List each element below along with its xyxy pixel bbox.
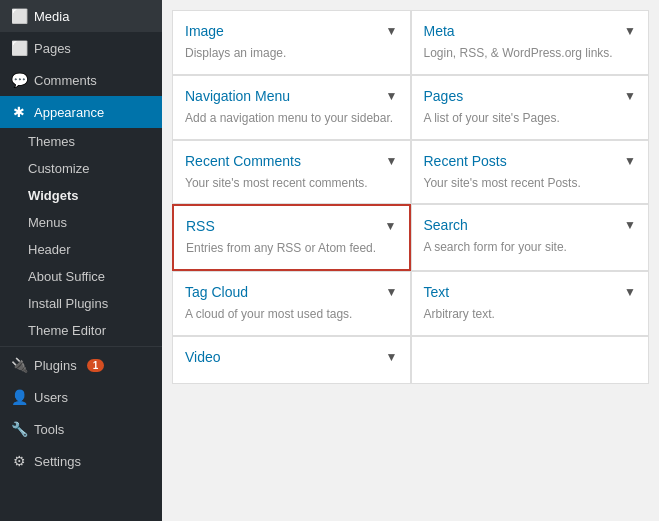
widget-text-title[interactable]: Text: [424, 284, 450, 300]
sidebar-item-users[interactable]: 👤 Users: [0, 381, 162, 413]
appearance-icon: ✱: [10, 104, 28, 120]
widget-grid: Image ▼ Displays an image. Meta ▼ Login,…: [172, 10, 649, 384]
sidebar-item-tools[interactable]: 🔧 Tools: [0, 413, 162, 445]
sidebar-label-widgets: Widgets: [28, 188, 78, 203]
widget-rss: RSS ▼ Entries from any RSS or Atom feed.: [172, 204, 411, 271]
widget-pages-title[interactable]: Pages: [424, 88, 464, 104]
plugins-icon: 🔌: [10, 357, 28, 373]
widget-recent-comments-header: Recent Comments ▼: [185, 153, 398, 169]
widget-rss-title[interactable]: RSS: [186, 218, 215, 234]
main-content: Image ▼ Displays an image. Meta ▼ Login,…: [162, 0, 659, 521]
widget-meta-arrow[interactable]: ▼: [624, 24, 636, 38]
widget-pages-arrow[interactable]: ▼: [624, 89, 636, 103]
sidebar-label-users: Users: [34, 390, 68, 405]
widget-search-desc: A search form for your site.: [424, 239, 637, 256]
widget-meta-title[interactable]: Meta: [424, 23, 455, 39]
widget-search-arrow[interactable]: ▼: [624, 218, 636, 232]
sidebar-item-plugins[interactable]: 🔌 Plugins 1: [0, 349, 162, 381]
sidebar-item-themes[interactable]: Themes: [0, 128, 162, 155]
widget-recent-posts-header: Recent Posts ▼: [424, 153, 637, 169]
widget-image-title[interactable]: Image: [185, 23, 224, 39]
widget-video-title[interactable]: Video: [185, 349, 221, 365]
widget-search-title[interactable]: Search: [424, 217, 468, 233]
sidebar-item-header[interactable]: Header: [0, 236, 162, 263]
widget-pages-header: Pages ▼: [424, 88, 637, 104]
widget-video: Video ▼: [172, 336, 411, 384]
sidebar-label-header: Header: [28, 242, 71, 257]
widget-empty: [411, 336, 650, 384]
widget-navigation-menu-title[interactable]: Navigation Menu: [185, 88, 290, 104]
widget-tag-cloud-arrow[interactable]: ▼: [386, 285, 398, 299]
sidebar-item-settings[interactable]: ⚙ Settings: [0, 445, 162, 477]
widget-navigation-menu-header: Navigation Menu ▼: [185, 88, 398, 104]
widget-recent-comments: Recent Comments ▼ Your site's most recen…: [172, 140, 411, 205]
widget-search: Search ▼ A search form for your site.: [411, 204, 650, 271]
sidebar-item-media[interactable]: ⬜ Media: [0, 0, 162, 32]
tools-icon: 🔧: [10, 421, 28, 437]
sidebar-label-themes: Themes: [28, 134, 75, 149]
sidebar-label-media: Media: [34, 9, 69, 24]
widget-rss-arrow[interactable]: ▼: [385, 219, 397, 233]
widget-meta-desc: Login, RSS, & WordPress.org links.: [424, 45, 637, 62]
pages-icon: ⬜: [10, 40, 28, 56]
sidebar-label-pages: Pages: [34, 41, 71, 56]
widget-navigation-menu-desc: Add a navigation menu to your sidebar.: [185, 110, 398, 127]
widget-recent-posts-title[interactable]: Recent Posts: [424, 153, 507, 169]
sidebar-label-about-suffice: About Suffice: [28, 269, 105, 284]
media-icon: ⬜: [10, 8, 28, 24]
widget-tag-cloud: Tag Cloud ▼ A cloud of your most used ta…: [172, 271, 411, 336]
sidebar-item-customize[interactable]: Customize: [0, 155, 162, 182]
widget-image-header: Image ▼: [185, 23, 398, 39]
widget-text-arrow[interactable]: ▼: [624, 285, 636, 299]
sidebar-item-appearance[interactable]: ✱ Appearance: [0, 96, 162, 128]
sidebar-label-plugins: Plugins: [34, 358, 77, 373]
sidebar: ⬜ Media ⬜ Pages 💬 Comments ✱ Appearance …: [0, 0, 162, 521]
plugins-badge: 1: [87, 359, 105, 372]
widget-pages-desc: A list of your site's Pages.: [424, 110, 637, 127]
widget-meta-header: Meta ▼: [424, 23, 637, 39]
widget-video-arrow[interactable]: ▼: [386, 350, 398, 364]
sidebar-item-menus[interactable]: Menus: [0, 209, 162, 236]
sidebar-label-theme-editor: Theme Editor: [28, 323, 106, 338]
widget-navigation-menu-arrow[interactable]: ▼: [386, 89, 398, 103]
sidebar-label-customize: Customize: [28, 161, 89, 176]
widget-text-desc: Arbitrary text.: [424, 306, 637, 323]
widget-text: Text ▼ Arbitrary text.: [411, 271, 650, 336]
sidebar-label-settings: Settings: [34, 454, 81, 469]
widget-rss-header: RSS ▼: [186, 218, 397, 234]
sidebar-divider-1: [0, 346, 162, 347]
comments-icon: 💬: [10, 72, 28, 88]
widget-tag-cloud-header: Tag Cloud ▼: [185, 284, 398, 300]
sidebar-label-install-plugins: Install Plugins: [28, 296, 108, 311]
users-icon: 👤: [10, 389, 28, 405]
widget-image-desc: Displays an image.: [185, 45, 398, 62]
sidebar-label-comments: Comments: [34, 73, 97, 88]
widget-search-header: Search ▼: [424, 217, 637, 233]
sidebar-item-comments[interactable]: 💬 Comments: [0, 64, 162, 96]
sidebar-item-theme-editor[interactable]: Theme Editor: [0, 317, 162, 344]
widget-tag-cloud-title[interactable]: Tag Cloud: [185, 284, 248, 300]
widget-recent-comments-arrow[interactable]: ▼: [386, 154, 398, 168]
sidebar-item-about-suffice[interactable]: About Suffice: [0, 263, 162, 290]
sidebar-label-tools: Tools: [34, 422, 64, 437]
widget-rss-desc: Entries from any RSS or Atom feed.: [186, 240, 397, 257]
widget-tag-cloud-desc: A cloud of your most used tags.: [185, 306, 398, 323]
widget-recent-comments-desc: Your site's most recent comments.: [185, 175, 398, 192]
widget-image-arrow[interactable]: ▼: [386, 24, 398, 38]
widget-recent-posts-arrow[interactable]: ▼: [624, 154, 636, 168]
widget-text-header: Text ▼: [424, 284, 637, 300]
widget-recent-posts-desc: Your site's most recent Posts.: [424, 175, 637, 192]
widget-meta: Meta ▼ Login, RSS, & WordPress.org links…: [411, 10, 650, 75]
widget-recent-comments-title[interactable]: Recent Comments: [185, 153, 301, 169]
sidebar-item-widgets[interactable]: Widgets: [0, 182, 162, 209]
sidebar-item-install-plugins[interactable]: Install Plugins: [0, 290, 162, 317]
widget-pages: Pages ▼ A list of your site's Pages.: [411, 75, 650, 140]
sidebar-label-appearance: Appearance: [34, 105, 104, 120]
widget-image: Image ▼ Displays an image.: [172, 10, 411, 75]
widget-recent-posts: Recent Posts ▼ Your site's most recent P…: [411, 140, 650, 205]
sidebar-label-menus: Menus: [28, 215, 67, 230]
settings-icon: ⚙: [10, 453, 28, 469]
widget-video-header: Video ▼: [185, 349, 398, 365]
sidebar-item-pages[interactable]: ⬜ Pages: [0, 32, 162, 64]
widget-navigation-menu: Navigation Menu ▼ Add a navigation menu …: [172, 75, 411, 140]
